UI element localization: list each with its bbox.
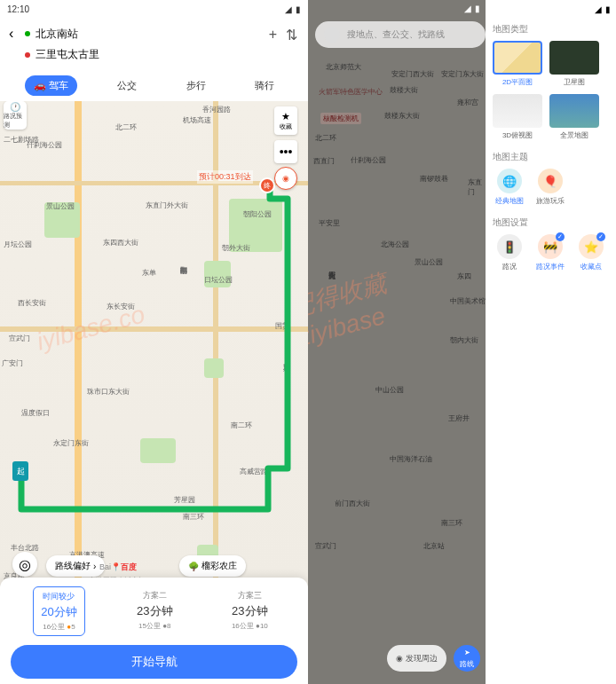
dim-overlay[interactable]	[308, 0, 486, 684]
check-badge-icon: ✓	[556, 232, 565, 241]
signal-icon: ◢	[285, 4, 292, 14]
setting-traffic[interactable]: 🚦 路况	[493, 234, 526, 271]
start-pin-icon[interactable]: 起	[12, 461, 28, 481]
mid-search-bar[interactable]: 搜地点、查公交、找路线	[315, 21, 486, 48]
section-map-theme: 地图主题	[493, 151, 609, 163]
battery-icon: ▮	[296, 4, 301, 14]
thumb-panorama-icon	[549, 94, 599, 128]
start-navigation-button[interactable]: 开始导航	[11, 645, 297, 679]
route-option-2[interactable]: 方案二 23分钟 15公里 ●8	[130, 586, 179, 636]
battery-icon: ▮	[605, 4, 611, 14]
route-option-3[interactable]: 方案三 23分钟 16公里 ●10	[225, 586, 275, 636]
discover-nearby-button[interactable]: ◉发现周边	[387, 645, 446, 672]
battery-icon: ▮	[475, 4, 480, 13]
status-time: 12:10	[7, 4, 29, 14]
more-button[interactable]: •••	[274, 140, 297, 163]
tab-bus[interactable]: 公交	[108, 75, 146, 96]
route-option-1[interactable]: 时间较少 20分钟 16公里 ●5	[33, 586, 84, 636]
thumb-2d-icon	[493, 41, 542, 75]
nearby-poi-button[interactable]: 🌳榴彩农庄	[179, 555, 246, 577]
section-map-settings: 地图设置	[493, 216, 609, 229]
baidu-logo: Bai📍百度	[99, 562, 137, 573]
map-type-3d[interactable]: 3D俯视图	[493, 94, 542, 140]
destination-input[interactable]: 三里屯太古里	[36, 47, 99, 62]
signal-icon: ◢	[464, 4, 471, 13]
mid-search-placeholder: 搜地点、查公交、找路线	[347, 28, 445, 41]
avatar-icon[interactable]	[324, 27, 340, 43]
favorite-button[interactable]: ★收藏	[274, 106, 297, 135]
origin-input[interactable]: 北京南站	[36, 27, 78, 42]
setting-favorites[interactable]: ⭐✓ 收藏点	[574, 234, 608, 271]
transport-tabs: 🚗 驾车 公交 步行 骑行	[0, 70, 308, 101]
map-type-2d[interactable]: 2D平面图	[493, 41, 542, 87]
theme-travel[interactable]: 🎈 旅游玩乐	[533, 169, 567, 206]
check-badge-icon: ✓	[596, 232, 605, 241]
map-type-satellite[interactable]: 卫星图	[549, 41, 599, 87]
route-fab-button[interactable]: ➤路线	[454, 645, 480, 672]
back-icon[interactable]: ‹	[9, 26, 20, 42]
map-settings-panel: ◢ ▮ 地图类型 2D平面图 卫星图 3D俯视图 全景地图 地图主题	[486, 0, 616, 684]
route-preference-button[interactable]: 路线偏好›	[46, 555, 105, 577]
origin-dot-icon	[25, 31, 30, 36]
map-type-panorama[interactable]: 全景地图	[549, 94, 599, 140]
setting-events[interactable]: 🚧✓ 路况事件	[533, 234, 567, 271]
add-stop-icon[interactable]: +	[269, 27, 277, 43]
route-line	[0, 101, 308, 589]
routes-panel: 时间较少 20分钟 16公里 ●5 方案二 23分钟 15公里 ●8 方案三 2…	[0, 578, 308, 684]
destination-dot-icon	[25, 52, 30, 58]
swap-icon[interactable]: ⇅	[286, 27, 297, 43]
tab-bike[interactable]: 骑行	[246, 75, 283, 96]
cone-icon: 🚧✓	[538, 234, 563, 259]
traffic-predict-button[interactable]: 🕐路况预测	[4, 101, 27, 130]
tab-walk[interactable]: 步行	[178, 75, 215, 96]
thumb-3d-icon	[493, 94, 542, 128]
signal-icon: ◢	[595, 4, 602, 14]
globe-icon: 🌐	[497, 169, 522, 193]
star-icon: ⭐✓	[579, 234, 604, 259]
theme-classic[interactable]: 🌐 经典地图	[493, 169, 526, 206]
tab-drive[interactable]: 🚗 驾车	[25, 75, 77, 96]
end-pin-icon[interactable]: 终	[259, 177, 275, 193]
traffic-icon: 🚦	[497, 234, 522, 259]
map-canvas[interactable]: 二七剧场路 月坛公园 日坛公园 朝阳公园 东长安街 珠市口东大街 景山公园 广安…	[0, 101, 308, 589]
section-map-type: 地图类型	[493, 23, 609, 35]
compass-button[interactable]: ◉	[274, 167, 297, 190]
balloon-icon: 🎈	[538, 169, 563, 193]
arrival-time-label: 预计00:31到达	[197, 170, 253, 184]
route-search-box: ‹ 北京南站 三里屯太古里 + ⇅	[0, 18, 308, 70]
locate-button[interactable]: ◎	[12, 552, 37, 577]
thumb-satellite-icon	[549, 41, 599, 75]
